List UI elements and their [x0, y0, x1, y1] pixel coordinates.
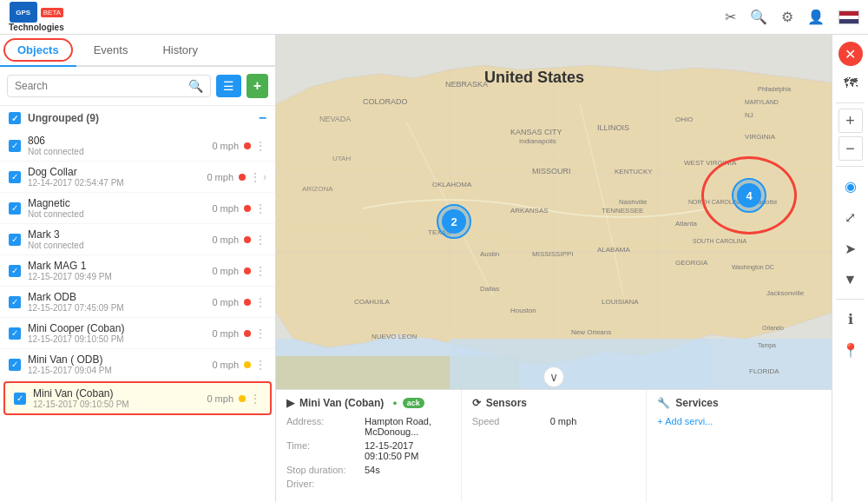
ack-badge: ack: [403, 398, 424, 408]
group-header[interactable]: ✓ Ungrouped (9) −: [0, 106, 275, 130]
header-icons: ✂ 🔍 ⚙ 👤: [725, 9, 859, 25]
search-wrapper: 🔍: [7, 75, 211, 97]
more-icon[interactable]: ⋮: [249, 392, 261, 406]
right-sidebar: ✕ 🗺 + − ◉ ⤢ ➤ ▼ ℹ 📍: [832, 35, 868, 502]
close-button[interactable]: ✕: [838, 42, 863, 66]
info-button[interactable]: ℹ: [837, 305, 865, 333]
list-item[interactable]: ✓ Mark MAG 1 12-15-2017 09:49 PM 0 mph ⋮: [0, 255, 275, 287]
user-icon[interactable]: 👤: [807, 9, 825, 25]
svg-text:MARYLAND: MARYLAND: [745, 99, 779, 105]
item-info: Dog Collar 12-14-2017 02:54:47 PM: [28, 166, 207, 188]
map-button[interactable]: 🗺: [837, 69, 865, 97]
zoom-in-button[interactable]: +: [838, 109, 863, 133]
item-speed: 0 mph: [212, 141, 239, 151]
speed-label: Speed: [472, 416, 550, 426]
item-checkbox[interactable]: ✓: [9, 327, 21, 340]
svg-text:KANSAS CITY: KANSAS CITY: [510, 128, 562, 136]
svg-text:Washington DC: Washington DC: [732, 264, 774, 271]
status-dot: [244, 299, 251, 306]
vehicle-info-section: ▶ Mini Van (Coban) ● ack Address: Hampto…: [276, 390, 462, 502]
map-area[interactable]: NEVADA UTAH ARIZONA COLORADO NEBRASKA OK…: [276, 35, 832, 502]
svg-text:Indianapolis: Indianapolis: [519, 137, 556, 145]
more-icon[interactable]: ⋮: [254, 201, 266, 215]
more-icon[interactable]: ⋮: [254, 139, 266, 153]
layer2-button[interactable]: ⤢: [837, 203, 865, 231]
more-icon[interactable]: ⋮: [249, 170, 261, 184]
logo: GPS BETA Technologies: [9, 2, 64, 32]
cluster-marker-2[interactable]: 2: [437, 204, 471, 239]
gear-icon[interactable]: ⚙: [781, 9, 793, 25]
item-checkbox[interactable]: ✓: [9, 140, 21, 152]
item-name: Magnetic: [28, 197, 212, 209]
svg-text:FLORIDA: FLORIDA: [749, 367, 779, 375]
status-dot: [244, 142, 251, 149]
add-button[interactable]: +: [247, 74, 268, 98]
layer1-button[interactable]: ◉: [837, 172, 865, 200]
item-speed: 0 mph: [207, 393, 233, 404]
object-list: ✓ Ungrouped (9) − ✓ 806 Not connected 0 …: [0, 106, 275, 502]
down-button[interactable]: ▼: [837, 266, 865, 294]
svg-text:Houston: Houston: [510, 307, 536, 314]
list-item-selected[interactable]: ✓ Mini Van (Coban) 12-15-2017 09:10:50 P…: [3, 381, 272, 415]
svg-text:ALABAMA: ALABAMA: [597, 246, 630, 254]
item-checkbox[interactable]: ✓: [9, 265, 21, 277]
services-section: 🔧 Services + Add servi...: [647, 390, 832, 502]
list-item[interactable]: ✓ Mini Cooper (Coban) 12-15-2017 09:10:5…: [0, 318, 275, 349]
sensors-section: ⟳ Sensors Speed 0 mph: [462, 390, 648, 502]
item-info: Mini Van (Coban) 12-15-2017 09:10:50 PM: [33, 387, 207, 409]
more-icon[interactable]: ⋮: [254, 233, 266, 247]
group-label: Ungrouped (9): [28, 112, 99, 124]
more-icon[interactable]: ⋮: [254, 327, 266, 340]
list-item[interactable]: ✓ 806 Not connected 0 mph ⋮: [0, 130, 275, 162]
add-service-button[interactable]: + Add servi...: [657, 416, 821, 426]
item-status: 12-15-2017 09:04 PM: [28, 366, 212, 375]
tab-objects[interactable]: Objects: [0, 35, 76, 67]
search-input[interactable]: [15, 80, 188, 92]
vehicle-icon: ▶: [286, 397, 294, 409]
item-status: 12-15-2017 09:10:50 PM: [28, 334, 212, 344]
flag-icon[interactable]: [838, 10, 859, 24]
group-checkbox[interactable]: ✓: [9, 112, 21, 124]
svg-text:Orlando: Orlando: [762, 325, 784, 331]
scissors-icon[interactable]: ✂: [725, 9, 736, 25]
svg-text:GEORGIA: GEORGIA: [675, 259, 708, 267]
address-label: Address:: [286, 416, 365, 437]
search-submit-button[interactable]: 🔍: [188, 79, 203, 93]
more-icon[interactable]: ⋮: [254, 264, 266, 278]
location-button[interactable]: 📍: [837, 336, 865, 364]
cluster-count: 4: [737, 183, 761, 208]
list-item[interactable]: ✓ Dog Collar 12-14-2017 02:54:47 PM 0 mp…: [0, 162, 275, 193]
more-icon[interactable]: ⋮: [254, 295, 266, 309]
filter-button[interactable]: ☰: [216, 75, 241, 97]
tab-history[interactable]: History: [145, 35, 214, 67]
direction-button[interactable]: ➤: [837, 234, 865, 262]
item-name: Mini Van ( ODB): [28, 353, 212, 366]
list-item[interactable]: ✓ Magnetic Not connected 0 mph ⋮: [0, 193, 275, 224]
svg-text:New Orleans: New Orleans: [571, 328, 611, 336]
expand-arrow[interactable]: ›: [263, 171, 266, 183]
status-dot: [244, 236, 251, 243]
item-status: 12-15-2017 09:49 PM: [28, 272, 212, 281]
logo-text: Technologies: [9, 23, 64, 32]
item-checkbox[interactable]: ✓: [9, 359, 21, 371]
more-icon[interactable]: ⋮: [254, 358, 266, 372]
tab-events[interactable]: Events: [76, 35, 146, 67]
zoom-out-button[interactable]: −: [838, 136, 863, 161]
item-checkbox[interactable]: ✓: [9, 202, 21, 215]
item-checkbox[interactable]: ✓: [14, 393, 26, 405]
item-checkbox[interactable]: ✓: [9, 234, 21, 246]
item-name: 806: [28, 135, 212, 147]
list-item[interactable]: ✓ Mark ODB 12-15-2017 07:45:09 PM 0 mph …: [0, 287, 275, 318]
list-item[interactable]: ✓ Mark 3 Not connected 0 mph ⋮: [0, 224, 275, 255]
group-collapse-icon[interactable]: −: [259, 111, 266, 125]
svg-text:NUEVO LEON: NUEVO LEON: [372, 333, 418, 340]
search-bar: 🔍 ☰ +: [0, 67, 275, 106]
list-item[interactable]: ✓ Mini Van ( ODB) 12-15-2017 09:04 PM 0 …: [0, 349, 275, 380]
speed-value: 0 mph: [550, 416, 577, 426]
item-checkbox[interactable]: ✓: [9, 171, 21, 183]
collapse-button[interactable]: ∨: [543, 367, 564, 387]
item-checkbox[interactable]: ✓: [9, 296, 21, 308]
item-status: 12-15-2017 07:45:09 PM: [28, 303, 212, 313]
search-icon[interactable]: 🔍: [750, 9, 767, 25]
cluster-marker-4[interactable]: 4: [732, 178, 766, 213]
